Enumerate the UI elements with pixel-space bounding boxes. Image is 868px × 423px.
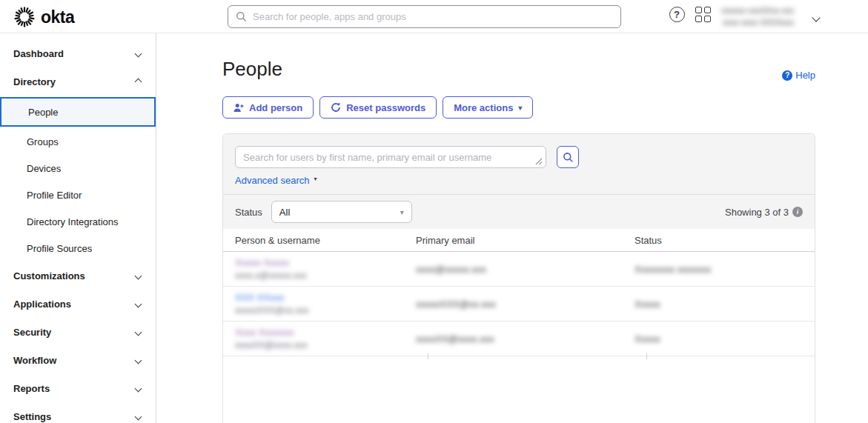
person-name-link[interactable]: Xxxx Xxxxxxx [235,327,416,338]
sidebar-item-dashboard[interactable]: Dashboard [0,39,156,67]
person-status: Xxxxx [635,299,815,310]
person-username: xxxxXX@xxxx.xxx [235,340,416,350]
chevron-down-icon [135,328,142,336]
okta-logo[interactable]: okta [13,6,74,28]
column-person-username: Person & username [223,235,416,246]
showing-count: Showing 3 of 3 i [725,207,803,218]
table-row[interactable]: Xxxxx Xxxxx xxxx.x@xxxxx.xxx xxxx@xxxxx.… [223,252,815,287]
chevron-down-icon [135,413,142,420]
user-account-label[interactable]: xxxxxx xxxXXxx xxx xxxx xxxx XXXXxxx [714,4,794,28]
refresh-icon [331,102,341,113]
sidebar-item-applications[interactable]: Applications [0,290,156,318]
sidebar-item-settings[interactable]: Settings [0,402,156,423]
sidebar-item-profile-editor[interactable]: Profile Editor [0,181,156,208]
sidebar-item-workflow[interactable]: Workflow [0,346,156,374]
search-icon [563,152,574,163]
resize-handle-icon[interactable] [534,157,543,165]
info-circle-filled-icon[interactable]: i [792,207,803,217]
advanced-search-link[interactable]: Advanced search ▾ [235,175,317,186]
search-icon [236,11,247,22]
page-title: People [222,58,868,81]
status-filter-row: Status All ▾ Showing 3 of 3 i [223,195,815,229]
grid-2x2-icon [695,7,711,22]
more-actions-button[interactable]: More actions ▾ [443,96,533,119]
person-email: xxxxXX@xxxx.xxx [416,333,635,344]
question-circle-filled-icon: ? [782,70,792,81]
sidebar-nav: Dashboard Directory People Groups Device… [0,33,156,423]
caret-down-icon: ▾ [400,208,404,216]
sidebar-item-groups[interactable]: Groups [0,128,156,155]
sidebar-item-customizations[interactable]: Customizations [0,262,156,290]
user-search-zone: Advanced search ▾ [223,134,815,195]
chevron-down-icon [135,356,142,364]
global-search-input[interactable] [253,11,613,22]
okta-sunburst-icon [13,6,36,28]
caret-down-icon: ▾ [314,176,317,182]
status-label: Status [235,207,262,218]
chevron-down-icon [135,300,142,307]
sidebar-item-devices[interactable]: Devices [0,155,156,181]
caret-down-icon: ▾ [518,104,522,112]
table-row[interactable]: Xxxx Xxxxxxx xxxxXX@xxxx.xxx xxxxXX@xxxx… [223,322,815,356]
search-button[interactable] [557,146,579,168]
help-link[interactable]: ? Help [782,70,815,81]
person-username: xxxxxXXX@xx.xxx [235,305,416,316]
okta-wordmark: okta [41,7,74,27]
help-menu-button[interactable]: ? [668,5,686,23]
user-menu-button[interactable] [813,10,819,24]
status-select[interactable]: All ▾ [271,201,412,223]
chevron-down-icon [812,13,820,21]
column-primary-email: Primary email [416,235,635,246]
sidebar-item-profile-sources[interactable]: Profile Sources [0,235,156,262]
reset-passwords-button[interactable]: Reset passwords [319,96,437,119]
person-name-link[interactable]: XXX XXxxx [235,292,416,303]
filter-panel: Advanced search ▾ Status All ▾ Showing 3… [223,134,815,229]
table-header: Person & username Primary email Status [223,229,815,252]
main-content: People ? Help Add person Reset passwords… [156,33,868,423]
people-card: Advanced search ▾ Status All ▾ Showing 3… [222,133,815,423]
person-email: xxxxxXXX@xx.xxx [416,299,635,310]
sidebar-item-people[interactable]: People [0,97,156,127]
question-circle-icon: ? [669,7,685,22]
topbar: okta ? xxxxxx xxxXXxx xxx xxxx xxxx XXXX… [0,0,868,33]
chevron-up-icon [135,78,142,85]
user-search-field[interactable] [235,146,546,168]
chevron-down-icon [135,272,142,279]
table-row[interactable]: XXX XXxxx xxxxxXXX@xx.xxx xxxxxXXX@xx.xx… [223,287,815,322]
sidebar-item-directory[interactable]: Directory [0,67,156,96]
chevron-down-icon [135,384,142,392]
action-buttons: Add person Reset passwords More actions … [222,96,868,119]
person-plus-icon [233,103,244,113]
person-name-link[interactable]: Xxxxx Xxxxx [235,257,416,268]
apps-menu-button[interactable] [694,5,712,23]
sidebar-item-directory-integrations[interactable]: Directory Integrations [0,208,156,235]
person-username: xxxx.x@xxxxx.xxx [235,270,416,281]
column-status: Status [635,235,815,246]
chevron-down-icon [135,50,142,57]
sidebar-item-security[interactable]: Security [0,318,156,346]
add-person-button[interactable]: Add person [222,96,314,119]
person-email: xxxx@xxxxx.xxx [416,264,635,275]
sidebar-item-reports[interactable]: Reports [0,374,156,402]
person-status: Xxxxxxxx xxxxxxx [635,264,815,275]
person-status: Xxxxx [635,333,815,344]
global-search[interactable] [228,5,621,28]
user-search-input[interactable] [236,147,546,167]
